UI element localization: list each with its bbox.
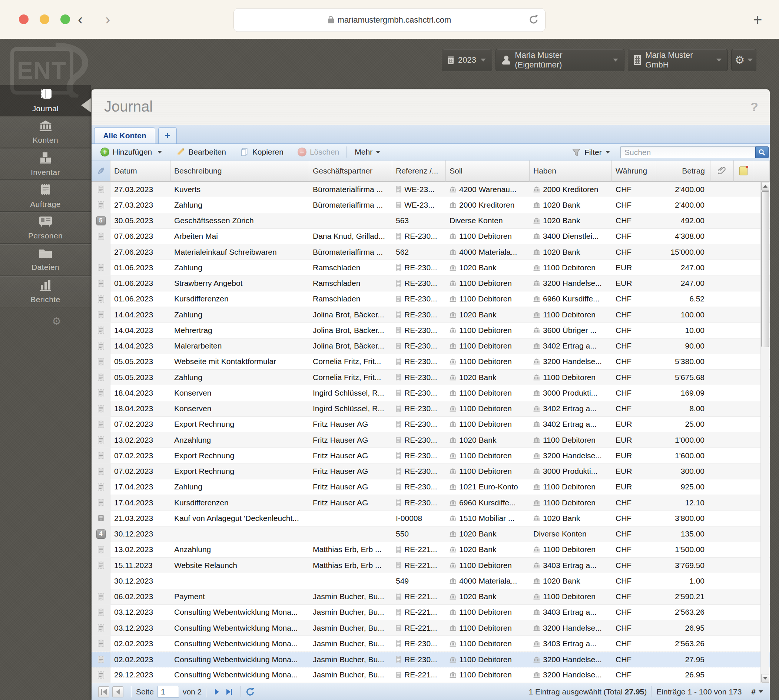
filter-button[interactable]: Filter xyxy=(572,144,610,160)
table-row[interactable]: 30.12.20235494000 Materiala...1020 BankC… xyxy=(92,573,770,589)
previous-page-button[interactable] xyxy=(112,686,123,697)
close-window-button[interactable] xyxy=(19,15,28,24)
row-type-cell xyxy=(92,276,110,291)
row-number-toggle[interactable]: # xyxy=(751,687,756,696)
table-row[interactable]: 14.04.2023MalerarbeitenJolina Brot, Bäck… xyxy=(92,338,770,354)
plus-circle-icon: + xyxy=(100,148,109,157)
table-row[interactable]: 05.05.2023Webseite mit KontaktformularCo… xyxy=(92,354,770,370)
last-page-button[interactable] xyxy=(223,689,236,695)
scroll-down-button[interactable] xyxy=(761,674,769,683)
column-header-referenz[interactable]: Referenz /... xyxy=(392,160,446,182)
table-row[interactable]: 29.12.2023Consulting Webentwicklung Mona… xyxy=(92,667,770,683)
table-row[interactable]: 02.02.2023Consulting Webentwicklung Mona… xyxy=(92,652,770,667)
chevron-down-icon[interactable] xyxy=(759,690,763,693)
table-row[interactable]: 27.03.2023KuvertsBüromaterialfirma ...WE… xyxy=(92,182,770,197)
column-header-geschaeftspartner[interactable]: Geschäftspartner xyxy=(309,160,392,182)
address-bar[interactable]: mariamustergmbh.cashctrl.com xyxy=(233,8,546,32)
table-row[interactable]: 01.06.2023KursdifferenzenRamschladenRE-2… xyxy=(92,292,770,307)
sidebar-item-journal[interactable]: Journal xyxy=(0,85,91,116)
column-header-beschreibung[interactable]: Beschreibung xyxy=(170,160,309,182)
forward-icon[interactable]: › xyxy=(105,11,110,27)
bank-icon xyxy=(533,421,540,427)
company-menu-button[interactable]: Maria Muster GmbH xyxy=(628,49,728,71)
sidebar-item-auftrage[interactable]: Aufträge xyxy=(0,180,91,212)
copy-button[interactable]: Kopieren xyxy=(237,146,286,158)
sidebar-item-konten[interactable]: Konten xyxy=(0,117,91,148)
next-page-button[interactable] xyxy=(211,689,223,695)
vertical-scrollbar[interactable] xyxy=(761,182,769,683)
table-row[interactable]: 18.04.2023KonservenIngird Schlüssel, R..… xyxy=(92,385,770,401)
table-row[interactable]: 13.02.2023AnzahlungFritz Hauser AGRE-230… xyxy=(92,432,770,448)
sidebar-gear-icon[interactable]: ⚙ xyxy=(52,315,61,327)
table-row[interactable]: 17.04.2023KursdifferenzenFritz Hauser AG… xyxy=(92,495,770,510)
table-row[interactable]: 02.02.2023Consulting Webentwicklung Mona… xyxy=(92,636,770,652)
more-button[interactable]: Mehr xyxy=(352,146,383,158)
journal-type-column-header[interactable] xyxy=(92,160,110,182)
table-row[interactable]: 07.06.2023Arbeiten MaiDana Knud, Grillad… xyxy=(92,229,770,244)
tab-alle-konten[interactable]: Alle Konten xyxy=(94,127,155,143)
scroll-up-button[interactable] xyxy=(761,182,769,190)
column-header-soll[interactable]: Soll xyxy=(446,160,529,182)
column-header-waehrung[interactable]: Währung xyxy=(612,160,656,182)
scrollbar-thumb[interactable] xyxy=(761,191,769,347)
table-row[interactable]: 14.04.2023ZahlungJolina Brot, Bäcker...R… xyxy=(92,307,770,323)
table-row[interactable]: 27.06.2023Materialeinkauf SchreibwarenBü… xyxy=(92,244,770,260)
add-button[interactable]: + Hinzufügen xyxy=(97,146,165,158)
minimize-window-button[interactable] xyxy=(40,15,49,24)
column-header-attachments[interactable] xyxy=(711,160,734,182)
table-row[interactable]: 17.04.2023ZahlungFritz Hauser AGRE-230..… xyxy=(92,479,770,495)
refresh-icon[interactable] xyxy=(245,687,255,697)
table-row[interactable]: 03.12.2023Consulting Webentwicklung Mona… xyxy=(92,605,770,620)
sidebar-item-dateien[interactable]: Dateien xyxy=(0,244,91,275)
table-row[interactable]: 15.11.2023Website RelaunchMatthias Erb, … xyxy=(92,558,770,573)
table-row[interactable]: 05.05.2023ZahlungCornelia Fritz, Frit...… xyxy=(92,370,770,385)
help-icon[interactable]: ? xyxy=(751,100,758,114)
column-header-betrag[interactable]: Betrag xyxy=(656,160,711,182)
new-tab-button[interactable]: + xyxy=(753,11,762,29)
debit-cell: 1100 Debitoren xyxy=(446,605,529,620)
debit-cell: 1021 Euro-Konto xyxy=(446,479,529,495)
table-row[interactable]: 07.02.2023Export RechnungFritz Hauser AG… xyxy=(92,417,770,432)
add-tab-button[interactable]: + xyxy=(158,127,177,143)
note-cell xyxy=(734,448,753,463)
sidebar-item-personen[interactable]: Personen xyxy=(0,212,91,243)
reload-icon[interactable] xyxy=(528,14,539,25)
sidebar-item-berichte[interactable]: Berichte xyxy=(0,276,91,307)
table-row[interactable]: 01.06.2023Strawberry AngebotRamschladenR… xyxy=(92,276,770,292)
debit-cell: 4000 Materiala... xyxy=(446,573,529,588)
page-number-input[interactable] xyxy=(158,686,179,698)
sidebar-item-inventar[interactable]: Inventar xyxy=(0,149,91,180)
table-row[interactable]: 530.05.2023Geschäftsessen Zürich563Diver… xyxy=(92,213,770,229)
table-row[interactable]: 18.04.2023KonservenIngird Schlüssel, R..… xyxy=(92,401,770,417)
reference-cell: RE-230... xyxy=(392,448,446,463)
user-menu-button[interactable]: Maria Muster (Eigentümer) xyxy=(496,49,624,71)
search-input[interactable] xyxy=(620,147,755,158)
column-header-notes[interactable] xyxy=(734,160,753,182)
partner-cell xyxy=(309,573,392,588)
note-cell xyxy=(734,417,753,432)
settings-menu-button[interactable]: ⚙ xyxy=(731,49,756,71)
column-header-haben[interactable]: Haben xyxy=(529,160,612,182)
edit-button[interactable]: Bearbeiten xyxy=(173,146,229,158)
table-row[interactable]: 14.04.2023MehrertragJolina Brot, Bäcker.… xyxy=(92,323,770,338)
fiscal-year-button[interactable]: 2023 xyxy=(442,49,492,71)
grouped-entries-badge: 4 xyxy=(97,530,106,539)
back-icon[interactable]: ‹ xyxy=(78,11,83,27)
table-row[interactable]: 430.12.20235501020 BankDiverse KontenCHF… xyxy=(92,527,770,542)
table-row[interactable]: 03.12.2023Consulting Webentwicklung Mona… xyxy=(92,620,770,636)
description-cell: Anzahlung xyxy=(170,542,309,557)
table-row[interactable]: 07.02.2023Export RechnungFritz Hauser AG… xyxy=(92,464,770,479)
table-row[interactable]: 06.02.2023PaymentJasmin Bucher, Bu...RE-… xyxy=(92,589,770,605)
table-row[interactable]: 27.03.2023ZahlungBüromaterialfirma ...WE… xyxy=(92,197,770,213)
first-page-button[interactable] xyxy=(98,686,109,697)
table-row[interactable]: 21.03.2023Kauf von Anlagegut 'Deckenleuc… xyxy=(92,510,770,526)
receipt-icon xyxy=(396,405,401,412)
search-button[interactable] xyxy=(755,147,769,158)
maximize-window-button[interactable] xyxy=(60,15,70,24)
date-cell: 13.02.2023 xyxy=(110,432,170,448)
table-row[interactable]: 01.06.2023ZahlungRamschladenRE-230...102… xyxy=(92,260,770,275)
table-row[interactable]: 07.02.2023Export RechnungFritz Hauser AG… xyxy=(92,448,770,463)
table-row[interactable]: 13.02.2023AnzahlungMatthias Erb, Erb ...… xyxy=(92,542,770,558)
column-header-datum[interactable]: Datum xyxy=(110,160,170,182)
chevron-down-icon[interactable] xyxy=(158,151,162,153)
